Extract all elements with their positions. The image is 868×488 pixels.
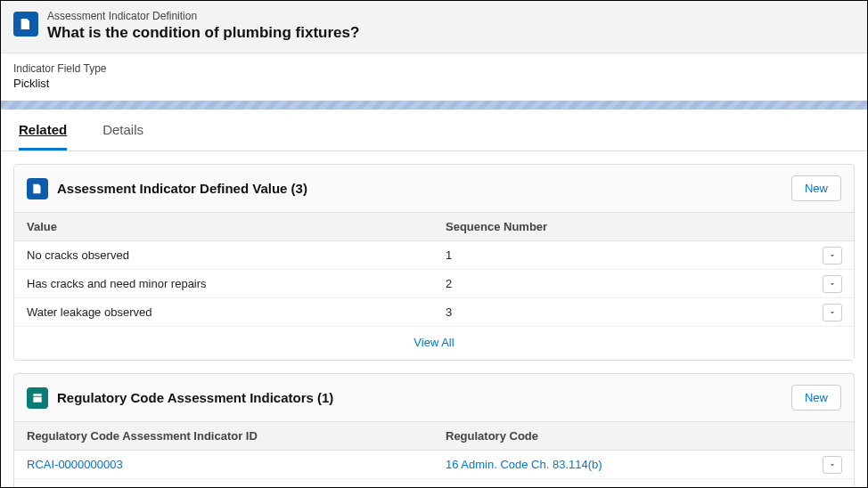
row-action-button[interactable] <box>823 304 842 321</box>
cell-code-link[interactable]: 16 Admin. Code Ch. 83.114(b) <box>433 451 818 478</box>
cell-value: Has cracks and need minor repairs <box>14 270 433 297</box>
header-subtitle: Assessment Indicator Definition <box>47 10 359 22</box>
tab-details[interactable]: Details <box>102 110 143 150</box>
chevron-down-icon <box>828 251 837 260</box>
chevron-down-icon <box>828 280 837 289</box>
card-title: Assessment Indicator Defined Value (3) <box>57 181 307 196</box>
cell-id-link[interactable]: RCAI-0000000003 <box>14 451 433 478</box>
page-title: What is the condition of plumbing fixtur… <box>47 24 359 42</box>
defined-value-table: Value Sequence Number No cracks observed… <box>14 212 854 327</box>
column-header-actions <box>818 213 854 240</box>
chevron-down-icon <box>828 460 837 469</box>
table-row: No cracks observed 1 <box>14 241 854 270</box>
row-action-button[interactable] <box>823 275 842 293</box>
new-button[interactable]: New <box>791 385 841 411</box>
view-all-link[interactable]: View All <box>14 327 854 360</box>
column-header-code: Regulatory Code <box>433 422 818 450</box>
cell-value: Water leakage observed <box>14 298 433 326</box>
table-row: Has cracks and need minor repairs 2 <box>14 270 854 298</box>
field-block: Indicator Field Type Picklist <box>1 53 867 101</box>
tab-related[interactable]: Related <box>19 110 67 150</box>
decorative-bar <box>1 101 867 110</box>
page-header: Assessment Indicator Definition What is … <box>1 1 867 53</box>
cell-value: No cracks observed <box>14 241 433 269</box>
new-button[interactable]: New <box>791 175 841 201</box>
table-header-row: Value Sequence Number <box>14 212 854 241</box>
table-header-row: Regulatory Code Assessment Indicator ID … <box>14 421 854 451</box>
row-action-button[interactable] <box>823 247 842 264</box>
table-row: RCAI-0000000003 16 Admin. Code Ch. 83.11… <box>14 451 854 479</box>
column-header-actions <box>818 422 854 450</box>
column-header-value: Value <box>14 213 433 240</box>
field-value: Picklist <box>13 77 855 90</box>
regulatory-code-icon <box>27 387 48 409</box>
field-label: Indicator Field Type <box>13 62 855 75</box>
header-text: Assessment Indicator Definition What is … <box>47 10 359 42</box>
defined-value-icon <box>27 178 48 199</box>
table-row: Water leakage observed 3 <box>14 298 854 327</box>
cell-sequence: 1 <box>433 241 818 269</box>
chevron-down-icon <box>828 308 837 317</box>
content-area: Assessment Indicator Defined Value (3) N… <box>1 151 867 488</box>
defined-value-card: Assessment Indicator Defined Value (3) N… <box>13 164 855 361</box>
card-header: Regulatory Code Assessment Indicators (1… <box>14 374 854 421</box>
regulatory-code-table: Regulatory Code Assessment Indicator ID … <box>14 421 854 479</box>
card-title: Regulatory Code Assessment Indicators (1… <box>57 390 333 405</box>
cell-sequence: 2 <box>433 270 818 297</box>
column-header-sequence: Sequence Number <box>433 213 818 240</box>
card-header: Assessment Indicator Defined Value (3) N… <box>14 165 854 212</box>
record-type-icon <box>13 12 38 37</box>
view-all-link[interactable]: View All <box>14 479 854 488</box>
regulatory-code-card: Regulatory Code Assessment Indicators (1… <box>13 373 855 488</box>
cell-sequence: 3 <box>433 298 818 326</box>
row-action-button[interactable] <box>823 456 842 474</box>
column-header-id: Regulatory Code Assessment Indicator ID <box>14 422 433 450</box>
tab-bar: Related Details <box>1 110 867 151</box>
